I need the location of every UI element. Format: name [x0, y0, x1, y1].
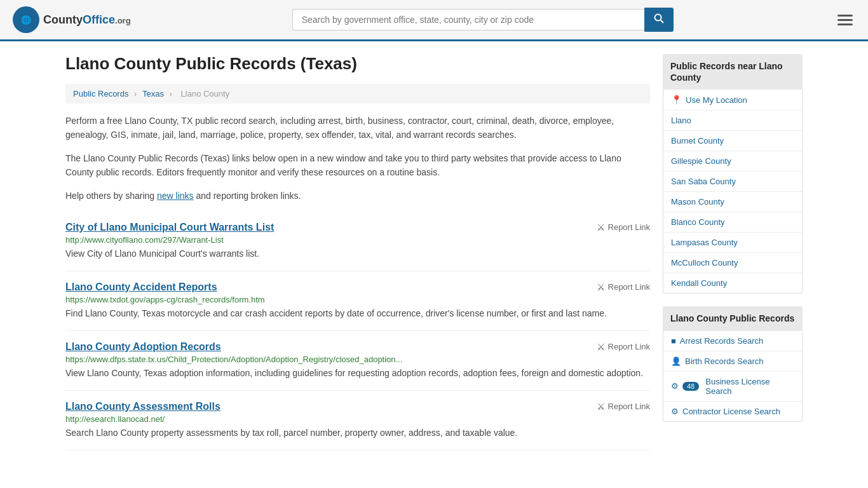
sidebar-record-icon-3: ⚙ — [671, 407, 679, 416]
record-title-2[interactable]: Llano County Adoption Records — [65, 341, 221, 353]
logo-icon: 🌐 — [13, 6, 39, 33]
page-title: Llano County Public Records (Texas) — [65, 54, 650, 74]
records-list: City of Llano Municipal Court Warrants L… — [65, 212, 650, 451]
sidebar-record-link-2[interactable]: ⚙ 48Business License Search — [663, 372, 802, 401]
sidebar-record-link-1[interactable]: 👤 Birth Records Search — [663, 351, 802, 371]
new-links-link[interactable]: new links — [157, 191, 194, 201]
breadcrumb-sep1: › — [134, 89, 139, 98]
nearby-link-3[interactable]: Gillespie County — [663, 151, 802, 171]
record-url-0: http://www.cityofllano.com/297/Warrant-L… — [65, 235, 650, 245]
record-desc-0: View City of Llano Municipal Court's war… — [65, 247, 650, 261]
report-icon-0: ⚔ — [597, 222, 605, 233]
nearby-link-9[interactable]: Kendall County — [663, 273, 802, 293]
breadcrumb-sep2: › — [170, 89, 175, 98]
breadcrumb: Public Records › Texas › Llano County — [65, 84, 650, 104]
breadcrumb-current: Llano County — [181, 89, 230, 98]
record-title-3[interactable]: Llano County Assessment Rolls — [65, 401, 220, 412]
search-button[interactable] — [644, 8, 674, 32]
sidebar-record-item: ⚙ Contractor License Search — [663, 402, 802, 421]
nearby-list-item: McCulloch County — [663, 253, 802, 273]
sidebar-record-item: 👤 Birth Records Search — [663, 351, 802, 372]
sidebar-record-item: ■ Arrest Records Search — [663, 331, 802, 351]
breadcrumb-public-records[interactable]: Public Records — [73, 89, 128, 98]
records-section: Llano County Public Records ■ Arrest Rec… — [663, 306, 803, 421]
report-icon-2: ⚔ — [597, 341, 605, 353]
nearby-header: Public Records near Llano County — [663, 54, 803, 90]
search-area — [292, 8, 674, 32]
nearby-list: 📍Use My LocationLlanoBurnet CountyGilles… — [663, 90, 803, 294]
record-title-0[interactable]: City of Llano Municipal Court Warrants L… — [65, 222, 274, 233]
report-link-3[interactable]: ⚔ Report Link — [597, 401, 650, 412]
report-link-2[interactable]: ⚔ Report Link — [597, 341, 650, 353]
main-content: Llano County Public Records (Texas) Publ… — [65, 54, 650, 451]
record-entry: City of Llano Municipal Court Warrants L… — [65, 212, 650, 271]
record-url-2: https://www.dfps.state.tx.us/Child_Prote… — [65, 355, 650, 364]
content-wrapper: Llano County Public Records (Texas) Publ… — [53, 41, 815, 463]
menu-button[interactable] — [835, 12, 855, 28]
svg-line-3 — [660, 20, 663, 24]
sidebar-records-list: ■ Arrest Records Search 👤 Birth Records … — [663, 331, 803, 422]
nearby-link-4[interactable]: San Saba County — [663, 172, 802, 191]
nearby-list-item: Gillespie County — [663, 151, 802, 172]
record-url-3: http://esearch.llanocad.net/ — [65, 414, 650, 424]
logo-text: CountyOffice.org — [43, 13, 131, 27]
description-1: Perform a free Llano County, TX public r… — [65, 114, 650, 142]
report-link-1[interactable]: ⚔ Report Link — [597, 281, 650, 293]
badge: 48 — [682, 382, 699, 391]
sidebar-record-icon-1: 👤 — [671, 356, 681, 366]
description-2: The Llano County Public Records (Texas) … — [65, 151, 650, 180]
nearby-section: Public Records near Llano County 📍Use My… — [663, 54, 803, 294]
nearby-list-item: Mason County — [663, 192, 802, 212]
records-header: Llano County Public Records — [663, 306, 803, 330]
site-header: 🌐 CountyOffice.org — [0, 0, 868, 41]
nearby-link-6[interactable]: Blanco County — [663, 212, 802, 232]
logo-area: 🌐 CountyOffice.org — [13, 6, 131, 33]
sidebar-record-icon-2: ⚙ — [671, 381, 679, 391]
search-input[interactable] — [292, 9, 644, 30]
nearby-list-item: 📍Use My Location — [663, 90, 802, 111]
report-link-0[interactable]: ⚔ Report Link — [597, 222, 650, 233]
nearby-list-item: Lampasas County — [663, 233, 802, 253]
sidebar-record-item: ⚙ 48Business License Search — [663, 372, 802, 402]
record-url-1: https://www.txdot.gov/apps-cg/crash_reco… — [65, 295, 650, 304]
nearby-list-item: Blanco County — [663, 212, 802, 233]
nearby-link-1[interactable]: Llano — [663, 111, 802, 130]
report-icon-1: ⚔ — [597, 281, 605, 293]
report-icon-3: ⚔ — [597, 401, 605, 412]
nearby-link-5[interactable]: Mason County — [663, 192, 802, 212]
sidebar-record-link-3[interactable]: ⚙ Contractor License Search — [663, 402, 802, 421]
sidebar-record-link-0[interactable]: ■ Arrest Records Search — [663, 331, 802, 351]
record-entry: Llano County Accident Reports ⚔ Report L… — [65, 271, 650, 331]
nearby-link-0[interactable]: 📍Use My Location — [663, 90, 802, 110]
sidebar: Public Records near Llano County 📍Use My… — [663, 54, 803, 451]
record-entry: Llano County Assessment Rolls ⚔ Report L… — [65, 391, 650, 451]
svg-text:🌐: 🌐 — [21, 15, 32, 25]
sidebar-record-icon-0: ■ — [671, 336, 676, 346]
record-entry: Llano County Adoption Records ⚔ Report L… — [65, 331, 650, 391]
nearby-list-item: Burnet County — [663, 131, 802, 151]
nearby-link-2[interactable]: Burnet County — [663, 131, 802, 151]
svg-point-2 — [654, 15, 661, 21]
record-title-1[interactable]: Llano County Accident Reports — [65, 281, 217, 293]
nearby-list-item: San Saba County — [663, 172, 802, 192]
breadcrumb-texas[interactable]: Texas — [142, 89, 164, 98]
location-icon: 📍 — [671, 95, 682, 105]
nearby-list-item: Kendall County — [663, 273, 802, 293]
record-desc-1: Find Llano County, Texas motorcycle and … — [65, 307, 650, 320]
record-desc-3: Search Llano County property assessments… — [65, 426, 650, 440]
nearby-link-7[interactable]: Lampasas County — [663, 233, 802, 252]
nearby-list-item: Llano — [663, 111, 802, 131]
record-desc-2: View Llano County, Texas adoption inform… — [65, 367, 650, 380]
nearby-link-8[interactable]: McCulloch County — [663, 253, 802, 273]
description-3: Help others by sharing new links and rep… — [65, 189, 650, 203]
